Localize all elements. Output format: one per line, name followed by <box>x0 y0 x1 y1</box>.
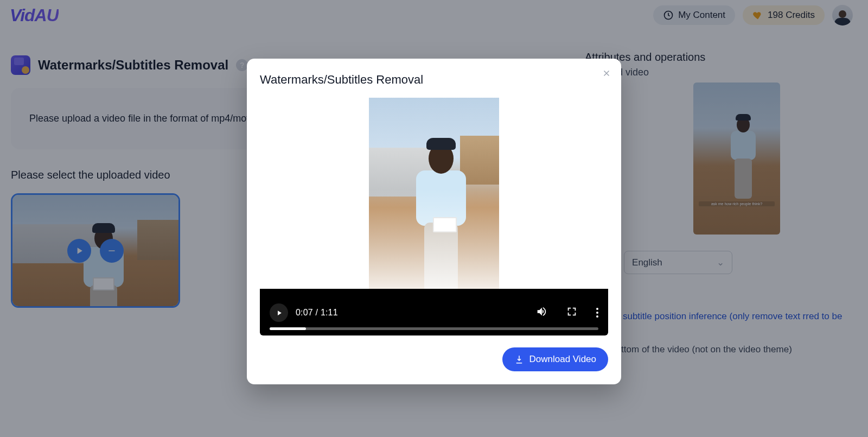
video-player[interactable]: 0:07 / 1:11 <box>260 98 608 335</box>
modal-scrim[interactable]: Watermarks/Subtitles Removal 0:07 / 1:11 <box>0 0 868 437</box>
download-label: Download Video <box>529 354 597 365</box>
modal-title: Watermarks/Subtitles Removal <box>260 73 608 87</box>
play-icon <box>275 309 283 317</box>
video-frame <box>369 98 499 297</box>
volume-button[interactable] <box>535 306 547 320</box>
modal: Watermarks/Subtitles Removal 0:07 / 1:11 <box>247 59 621 384</box>
video-time: 0:07 / 1:11 <box>296 308 338 318</box>
fullscreen-icon <box>566 306 578 318</box>
progress-fill <box>270 327 306 330</box>
video-controls: 0:07 / 1:11 <box>260 289 608 335</box>
download-icon <box>514 354 524 364</box>
more-button[interactable] <box>596 308 598 318</box>
modal-close-button[interactable] <box>602 68 611 80</box>
close-icon <box>602 68 611 78</box>
volume-icon <box>535 306 547 318</box>
fullscreen-button[interactable] <box>566 306 578 320</box>
play-button[interactable] <box>270 303 288 322</box>
progress-bar[interactable] <box>270 327 598 330</box>
download-button[interactable]: Download Video <box>502 347 609 371</box>
